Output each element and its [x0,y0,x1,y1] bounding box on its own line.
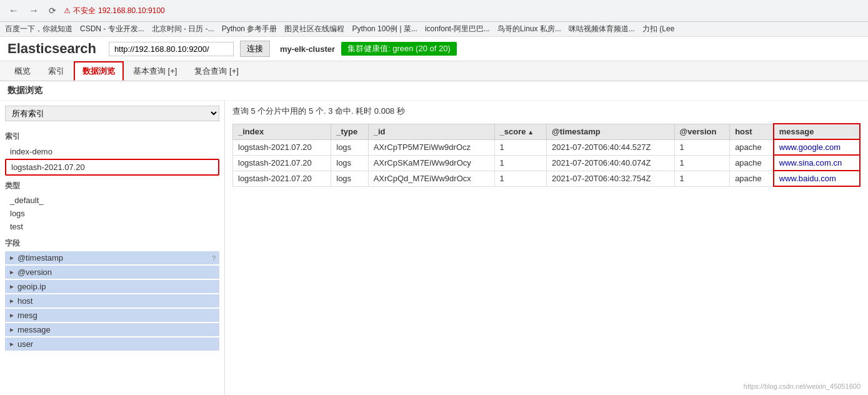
footer-link: https://blog.csdn.net/weixin_45051600 [744,382,861,390]
refresh-button[interactable]: ⟳ [46,4,59,17]
type-item-1[interactable]: logs [5,207,219,220]
field-item-0[interactable]: ► @timestamp ? [5,251,219,264]
warning-icon: ⚠ [64,6,71,15]
index-item-1[interactable]: logstash-2021.07.20 [5,159,219,176]
cell-@timestamp-2[interactable]: 2021-07-20T06:40:32.754Z [547,171,674,186]
index-select[interactable]: 所有索引 [5,106,219,121]
field-badge-0: ? [212,254,216,262]
cell-_type-2[interactable]: logs [331,171,368,186]
cell-_type-0[interactable]: logs [331,139,368,155]
index-item-0[interactable]: index-demo [5,144,219,159]
cell-_type-1[interactable]: logs [331,155,368,171]
back-button[interactable]: ← [6,4,21,18]
bookmark-0[interactable]: 百度一下，你就知道 [5,24,72,34]
browser-bar: ← → ⟳ ⚠ 不安全 192.168.80.10:9100 [0,0,868,22]
cell-_score-0[interactable]: 1 [494,139,547,155]
table-row: logstash-2021.07.20logsAXrCpTP5M7EiWw9dr… [233,139,861,155]
server-url-input[interactable] [109,42,234,56]
bookmark-2[interactable]: 北京时间 - 日历 -... [152,24,214,34]
field-arrow-icon-5: ► [9,326,15,333]
cell-@timestamp-1[interactable]: 2021-07-20T06:40:40.074Z [547,155,674,171]
cell-_index-2[interactable]: logstash-2021.07.20 [233,171,331,186]
cell-_index-0[interactable]: logstash-2021.07.20 [233,139,331,155]
bookmarks-bar: 百度一下，你就知道 CSDN - 专业开发... 北京时间 - 日历 -... … [0,22,868,37]
bookmark-1[interactable]: CSDN - 专业开发... [80,24,144,34]
tab-index[interactable]: 索引 [40,62,72,81]
cell-_index-1[interactable]: logstash-2021.07.20 [233,155,331,171]
bookmark-7[interactable]: 鸟哥的Linux 私房... [497,24,561,34]
app-header: Elasticsearch 连接 my-elk-cluster 集群健康值: g… [0,37,868,61]
section-index-label: 索引 [5,131,219,142]
field-arrow-icon-3: ► [9,298,15,304]
type-item-0[interactable]: _default_ [5,194,219,207]
bookmark-9[interactable]: 力扣 (Lee [642,24,674,34]
cell-message-1[interactable]: www.sina.com.cn [774,155,860,171]
field-arrow-icon-4: ► [9,312,15,319]
cell-host-0[interactable]: apache [730,139,774,155]
cell-@version-2[interactable]: 1 [674,171,730,186]
section-field-label: 字段 [5,238,219,249]
cell-_id-0[interactable]: AXrCpTP5M7EiWw9drOcz [368,139,494,155]
field-name-2: geoip.ip [17,282,216,291]
field-arrow-icon-6: ► [9,341,15,348]
tab-basic-query[interactable]: 基本查询 [+] [125,62,185,81]
cell-_id-1[interactable]: AXrCpSKaM7EiWw9drOcy [368,155,494,171]
field-name-5: message [17,325,216,334]
col-header-timestamp[interactable]: @timestamp [547,124,674,139]
bookmark-5[interactable]: Python 100例 | 菜... [352,24,417,34]
col-header-host[interactable]: host [730,124,774,139]
col-header-message[interactable]: message [774,124,860,139]
field-item-1[interactable]: ► @version [5,266,219,279]
section-type-label: 类型 [5,181,219,191]
cell-_score-1[interactable]: 1 [494,155,547,171]
field-item-3[interactable]: ► host [5,294,219,308]
field-arrow-icon: ► [9,254,15,261]
field-name-0: @timestamp [17,253,209,262]
field-name-3: host [17,296,216,306]
page-title: 数据浏览 [0,81,868,101]
security-indicator: ⚠ 不安全 192.168.80.10:9100 [64,6,165,16]
cell-message-2[interactable]: www.baidu.com [774,171,860,186]
connect-button[interactable]: 连接 [240,41,270,57]
cluster-name: my-elk-cluster [280,44,335,54]
tab-complex-query[interactable]: 复合查询 [+] [186,62,246,81]
cell-_score-2[interactable]: 1 [494,171,547,186]
cell-_id-2[interactable]: AXrCpQd_M7EiWw9drOcx [368,171,494,186]
field-item-6[interactable]: ► user [5,338,219,351]
url-text: 192.168.80.10:9100 [98,6,165,15]
sidebar: 所有索引 索引 index-demo logstash-2021.07.20 类… [0,101,225,395]
page-content: 所有索引 索引 index-demo logstash-2021.07.20 类… [0,101,868,395]
page-title-text: 数据浏览 [7,85,42,95]
tab-overview[interactable]: 概览 [6,62,39,81]
bookmark-3[interactable]: Python 参考手册 [222,24,277,34]
cell-@timestamp-0[interactable]: 2021-07-20T06:40:44.527Z [547,139,674,155]
field-arrow-icon-2: ► [9,283,15,290]
cell-host-2[interactable]: apache [730,171,774,186]
field-item-2[interactable]: ► geoip.ip [5,280,219,293]
col-header-version[interactable]: @version [674,124,730,139]
bookmark-8[interactable]: 咪咕视频体育频道... [569,24,635,34]
app-title: Elasticsearch [7,41,96,57]
table-row: logstash-2021.07.20logsAXrCpQd_M7EiWw9dr… [233,171,861,186]
cell-host-1[interactable]: apache [730,155,774,171]
results-table: _index _type _id _score @timestamp @vers… [232,123,861,187]
col-header-id[interactable]: _id [368,124,494,139]
main-content: 查询 5 个分片中用的 5 个. 3 命中. 耗时 0.008 秒 _index… [225,101,868,395]
forward-button[interactable]: → [26,4,41,18]
col-header-type[interactable]: _type [331,124,368,139]
cell-message-0[interactable]: www.google.com [774,139,860,155]
field-item-5[interactable]: ► message [5,323,219,336]
cluster-health: 集群健康值: green (20 of 20) [341,42,457,56]
col-header-index[interactable]: _index [233,124,331,139]
cell-@version-0[interactable]: 1 [674,139,730,155]
type-item-2[interactable]: test [5,220,219,233]
field-item-4[interactable]: ► mesg [5,309,219,322]
cell-@version-1[interactable]: 1 [674,155,730,171]
security-text: 不安全 [73,6,96,16]
field-name-6: user [17,339,216,349]
col-header-score[interactable]: _score [494,124,547,139]
bookmark-4[interactable]: 图灵社区在线编程 [284,24,344,34]
bookmark-6[interactable]: iconfont-阿里巴巴... [425,24,490,34]
tab-data-browse[interactable]: 数据浏览 [74,61,124,81]
field-arrow-icon-1: ► [9,269,15,276]
